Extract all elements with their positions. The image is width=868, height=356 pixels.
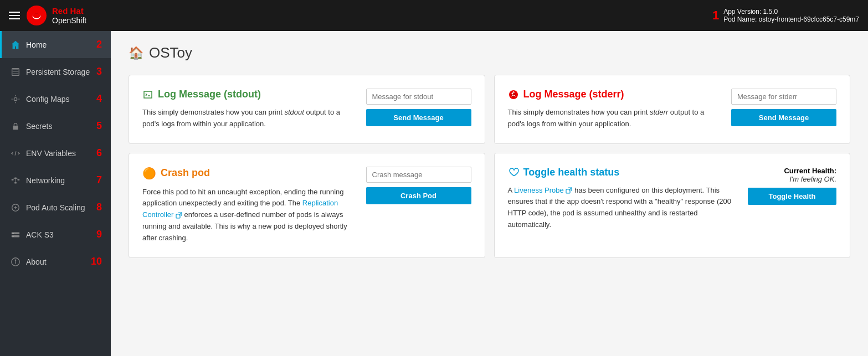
stderr-card-title: Log Message (stderr) — [508, 89, 723, 100]
stdout-card: Log Message (stdout) This simply demonst… — [129, 75, 485, 144]
stdout-description: This simply demonstrates how you can pri… — [142, 107, 357, 130]
top-header: Red Hat OpenShift 1 App Version: 1.5.0 P… — [0, 0, 868, 31]
crash-description: Force this pod to hit an uncaught except… — [142, 187, 357, 244]
stdout-card-title: Log Message (stdout) — [142, 89, 357, 100]
sidebar-item-env-variables[interactable]: ENV Variables 6 — [0, 140, 111, 167]
svg-point-16 — [13, 233, 14, 234]
sidebar-label-home: Home — [26, 40, 47, 49]
svg-line-11 — [13, 178, 15, 179]
sidebar-num-ack-s3: 9 — [96, 229, 102, 240]
svg-rect-7 — [14, 177, 17, 179]
svg-point-3 — [14, 97, 17, 100]
sidebar-item-about[interactable]: About 10 — [0, 248, 111, 275]
cards-grid: Log Message (stdout) This simply demonst… — [129, 75, 850, 258]
sidebar-label-about: About — [26, 257, 47, 266]
sidebar-num-networking: 7 — [96, 174, 102, 186]
sidebar-item-networking[interactable]: Networking 7 — [0, 167, 111, 194]
brand-top: Red Hat — [52, 6, 86, 16]
crash-card: 🟠 Crash pod Force this pod to hit an unc… — [129, 153, 485, 258]
liveness-probe-link[interactable]: Liveness Probe — [514, 186, 564, 194]
svg-point-1 — [33, 13, 40, 18]
stderr-actions: Send Message — [731, 89, 836, 130]
page-title: OSToy — [149, 44, 192, 61]
logo-area: Red Hat OpenShift — [27, 6, 86, 25]
sidebar-label-ack-s3: ACK S3 — [26, 230, 54, 239]
app-version-line: App Version: 1.5.0 — [723, 8, 859, 16]
header-right: 1 App Version: 1.5.0 Pod Name: ostoy-fro… — [712, 8, 859, 23]
sidebar-label-networking: Networking — [26, 176, 65, 185]
health-card: Toggle health status A Liveness Probe ha… — [494, 153, 851, 258]
health-actions: Current Health: I'm feeling OK. Toggle H… — [748, 167, 836, 244]
sidebar-item-home[interactable]: Home 2 — [0, 31, 111, 58]
sidebar-num-persistent-storage: 3 — [96, 66, 102, 78]
page-title-area: 🏠 OSToy — [129, 44, 850, 61]
svg-point-23 — [511, 92, 513, 94]
stderr-send-button[interactable]: Send Message — [731, 109, 836, 126]
stdout-actions: Send Message — [366, 89, 471, 130]
sidebar-item-pod-auto-scaling[interactable]: Pod Auto Scaling 8 — [0, 194, 111, 221]
sidebar-label-secrets: Secrets — [26, 122, 52, 131]
sidebar-label-persistent-storage: Persistent Storage — [26, 68, 90, 76]
sidebar-item-config-maps[interactable]: Config Maps 4 — [0, 85, 111, 112]
sidebar-label-pod-auto-scaling: Pod Auto Scaling — [26, 203, 85, 212]
health-value: I'm feeling OK. — [784, 175, 836, 183]
stderr-description: This simply demonstrates how you can pri… — [508, 107, 723, 130]
crash-card-title: 🟠 Crash pod — [142, 167, 357, 180]
sidebar-num-about: 10 — [91, 256, 102, 267]
main-content: 🏠 OSToy Log Message (stdout) This simply… — [111, 31, 868, 356]
svg-line-5 — [15, 151, 16, 155]
sidebar-item-ack-s3[interactable]: ACK S3 9 — [0, 221, 111, 248]
sidebar: Home 2 Persistent Storage 3 Config Maps … — [0, 31, 111, 356]
sidebar-num-env-variables: 6 — [96, 147, 102, 159]
hamburger-menu[interactable] — [9, 12, 20, 19]
stderr-highlight: stderr — [650, 108, 668, 116]
stderr-card: Log Message (stderr) This simply demonst… — [494, 75, 851, 144]
pod-name-line: Pod Name: ostoy-frontend-69cfcc65c7-c59m… — [723, 16, 859, 23]
sidebar-num-config-maps: 4 — [96, 93, 102, 105]
svg-point-20 — [15, 260, 16, 260]
home-title-icon: 🏠 — [129, 46, 143, 60]
version-badge: 1 — [712, 8, 719, 23]
sidebar-label-env-variables: ENV Variables — [26, 149, 76, 158]
stdout-highlight: stdout — [285, 108, 304, 116]
redhat-logo — [27, 6, 47, 25]
sidebar-num-pod-auto-scaling: 8 — [96, 202, 102, 213]
crash-pod-button[interactable]: Crash Pod — [366, 187, 471, 204]
health-status: Current Health: I'm feeling OK. — [784, 167, 836, 183]
sidebar-item-secrets[interactable]: Secrets 5 — [0, 112, 111, 140]
sidebar-num-home: 2 — [96, 39, 102, 50]
sidebar-label-config-maps: Config Maps — [26, 95, 70, 104]
toggle-health-button[interactable]: Toggle Health — [748, 188, 836, 205]
brand-bottom: OpenShift — [52, 16, 86, 25]
health-description: A Liveness Probe has been configured on … — [508, 185, 739, 231]
sidebar-item-persistent-storage[interactable]: Persistent Storage 3 — [0, 58, 111, 85]
sidebar-num-secrets: 5 — [96, 120, 102, 132]
health-label: Current Health: — [784, 167, 836, 175]
stderr-input[interactable] — [731, 89, 836, 105]
stdout-input[interactable] — [366, 89, 471, 105]
crash-actions: Crash Pod — [366, 167, 471, 244]
svg-point-17 — [13, 235, 14, 236]
health-card-title: Toggle health status — [508, 167, 739, 178]
stdout-send-button[interactable]: Send Message — [366, 109, 471, 126]
svg-rect-4 — [13, 126, 18, 130]
crash-input[interactable] — [366, 167, 471, 183]
svg-rect-9 — [14, 182, 17, 183]
